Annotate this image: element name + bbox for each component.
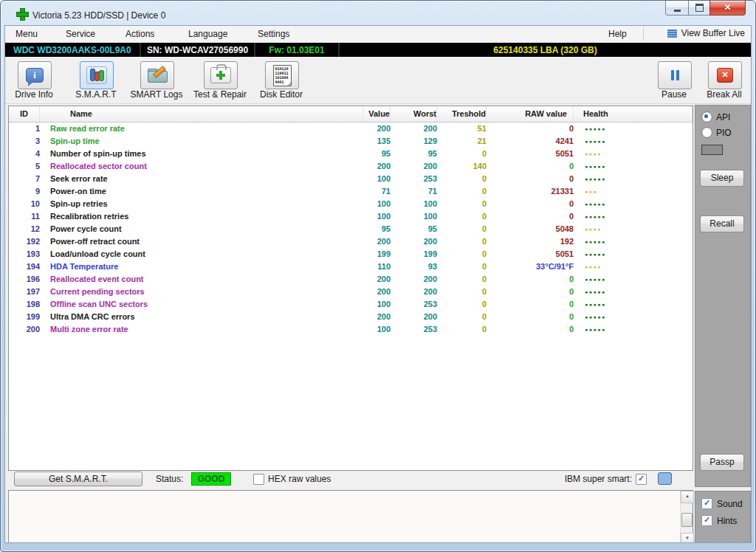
menu-item-menu[interactable]: Menu: [16, 29, 38, 39]
attribute-name: Reallocated event count: [40, 273, 363, 286]
attribute-value: 200: [363, 273, 391, 286]
smart-table-row[interactable]: 7 Seek error rate 100 253 0 0 ●●●●●: [9, 173, 693, 185]
test-tubes-icon: [86, 66, 107, 84]
attribute-health-dots: ●●●●●: [574, 248, 693, 261]
attribute-worst: 93: [391, 261, 437, 273]
menu-item-settings[interactable]: Settings: [258, 29, 289, 39]
attribute-value: 100: [363, 173, 391, 185]
attribute-worst: 253: [391, 323, 437, 336]
view-buffer-live-button[interactable]: View Buffer Live: [667, 28, 745, 38]
column-header-name[interactable]: Name: [40, 106, 363, 122]
menu-item-actions[interactable]: Actions: [126, 29, 154, 39]
passp-button[interactable]: Passp: [700, 454, 744, 471]
maximize-icon: [695, 4, 704, 12]
smart-table-row[interactable]: 198 Offline scan UNC sectors 100 253 0 0…: [9, 298, 693, 311]
menu-item-service[interactable]: Service: [66, 29, 95, 39]
attribute-id: 196: [9, 273, 40, 286]
window-title: Victoria 5.23 HDD/SSD | Device 0: [32, 10, 165, 21]
attribute-raw-value: 33°C/91°F: [487, 261, 574, 273]
recall-button[interactable]: Recall: [700, 215, 744, 232]
attribute-value: 135: [363, 135, 391, 148]
pause-button[interactable]: [658, 61, 692, 89]
menu-item-help[interactable]: Help: [608, 29, 627, 39]
smart-table-row[interactable]: 196 Reallocated event count 200 200 0 0 …: [9, 273, 693, 286]
smart-table-row[interactable]: 197 Current pending sectors 200 200 0 0 …: [9, 286, 693, 298]
disk-editor-button[interactable]: 010110 110011 101000 0001: [265, 61, 299, 89]
attribute-id: 5: [9, 160, 40, 173]
binary-line: 010110: [275, 66, 291, 71]
attribute-raw-value: 0: [487, 123, 574, 135]
hex-raw-values-checkbox[interactable]: [253, 474, 264, 485]
attribute-value: 199: [363, 248, 391, 261]
smart-logs-button[interactable]: [140, 61, 174, 89]
smart-table-row[interactable]: 199 Ultra DMA CRC errors 200 200 0 0 ●●●…: [9, 311, 693, 323]
column-header-health[interactable]: Health: [574, 106, 693, 122]
attribute-id: 4: [9, 148, 40, 160]
ibm-super-smart-checkbox[interactable]: ✓: [636, 474, 647, 485]
scroll-down-button[interactable]: ▼: [681, 533, 694, 543]
scroll-up-button[interactable]: ▲: [681, 491, 694, 503]
attribute-value: 200: [363, 235, 391, 248]
smart-table-row[interactable]: 11 Recalibration retries 100 100 0 0 ●●●…: [9, 210, 693, 223]
attribute-value: 200: [363, 311, 391, 323]
column-header-raw-value[interactable]: RAW value: [487, 106, 574, 122]
smart-button[interactable]: [80, 61, 114, 89]
scroll-thumb[interactable]: [681, 513, 693, 527]
log-panel[interactable]: ▲ ▼: [8, 490, 693, 543]
hints-checkbox[interactable]: ✓: [701, 515, 712, 526]
attribute-worst: 200: [391, 235, 437, 248]
smart-table-row[interactable]: 192 Power-off retract count 200 200 0 19…: [9, 235, 693, 248]
attribute-health-dots: ●●●●●: [574, 311, 693, 323]
test-repair-button[interactable]: [204, 61, 238, 89]
attribute-worst: 253: [391, 173, 437, 185]
smart-table-row[interactable]: 10 Spin-up retries 100 100 0 0 ●●●●●: [9, 198, 693, 210]
maximize-button[interactable]: [689, 1, 709, 15]
attribute-name: Power-on time: [40, 185, 363, 198]
menubar: Menu Service Actions Language Settings H…: [5, 26, 751, 43]
device-model: WDC WD3200AAKS-00L9A0: [5, 43, 141, 57]
attribute-treshold: 0: [437, 198, 487, 210]
get-smart-button[interactable]: Get S.M.A.R.T.: [14, 472, 142, 486]
buffer-list-icon: [667, 30, 677, 38]
status-label: Status:: [156, 474, 183, 484]
smart-table-row[interactable]: 9 Power-on time 71 71 0 21331 ●●●: [9, 185, 693, 198]
column-header-value[interactable]: Value: [363, 106, 391, 122]
column-header-worst[interactable]: Worst: [391, 106, 437, 122]
titlebar[interactable]: Victoria 5.23 HDD/SSD | Device 0 ✕: [1, 1, 755, 25]
attribute-value: 71: [363, 185, 391, 198]
folder-pencil-icon: [147, 67, 168, 83]
column-header-treshold[interactable]: Treshold: [437, 106, 487, 122]
attribute-health-dots: ●●●●: [574, 261, 693, 273]
attribute-raw-value: 5048: [487, 223, 574, 235]
sleep-button[interactable]: Sleep: [700, 170, 744, 187]
smart-table-row[interactable]: 3 Spin-up time 135 129 21 4241 ●●●●●: [9, 135, 693, 148]
attribute-value: 200: [363, 286, 391, 298]
break-all-button[interactable]: ✕: [708, 61, 742, 89]
attribute-name: Recalibration retries: [40, 210, 363, 223]
smart-table-row[interactable]: 193 Load/unload cycle count 199 199 0 50…: [9, 248, 693, 261]
smart-table-row[interactable]: 200 Multi zone error rate 100 253 0 0 ●●…: [9, 323, 693, 336]
smart-table: ID Name Value Worst Treshold RAW value H…: [8, 106, 693, 471]
minimize-button[interactable]: [665, 1, 689, 15]
smart-table-row[interactable]: 4 Number of spin-up times 95 95 0 5051 ●…: [9, 148, 693, 160]
smart-table-row[interactable]: 5 Reallocated sector count 200 200 140 0…: [9, 160, 693, 173]
smart-table-row[interactable]: 12 Power cycle count 95 95 0 5048 ●●●●: [9, 223, 693, 235]
app-green-cross-icon: [17, 9, 28, 20]
menu-item-language[interactable]: Language: [188, 29, 227, 39]
smart-table-row[interactable]: 194 HDA Temperature 110 93 0 33°C/91°F ●…: [9, 261, 693, 273]
attribute-worst: 129: [391, 135, 437, 148]
attribute-treshold: 0: [437, 298, 487, 311]
close-button[interactable]: ✕: [709, 1, 746, 15]
drive-info-button[interactable]: i: [18, 61, 52, 89]
pio-radio[interactable]: [701, 127, 712, 138]
close-icon: ✕: [724, 1, 731, 15]
api-radio[interactable]: [701, 111, 712, 123]
column-header-id[interactable]: ID: [9, 106, 40, 122]
smart-table-row[interactable]: 1 Raw read error rate 200 200 51 0 ●●●●●: [9, 123, 693, 135]
log-scrollbar[interactable]: ▲ ▼: [680, 491, 693, 543]
attribute-treshold: 0: [437, 148, 487, 160]
sound-checkbox[interactable]: ✓: [701, 498, 712, 509]
attribute-worst: 95: [391, 148, 437, 160]
attribute-id: 193: [9, 248, 40, 261]
attribute-treshold: 51: [437, 123, 487, 135]
